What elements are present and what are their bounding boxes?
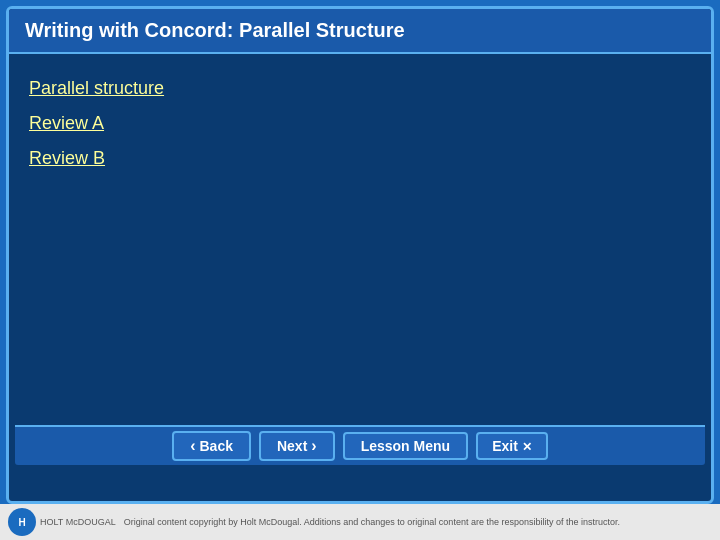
link-review-a[interactable]: Review A [29,113,691,134]
brand-name: HOLT McDOUGAL [40,517,116,528]
link-parallel-structure[interactable]: Parallel structure [29,78,691,99]
logo-icon: H [8,508,36,536]
lesson-menu-label: Lesson Menu [361,438,450,454]
brand-logo: H HOLT McDOUGAL [8,508,116,536]
lesson-menu-button[interactable]: Lesson Menu [343,432,468,460]
bottom-nav-bar: Back Next Lesson Menu Exit [15,425,705,465]
link-review-b[interactable]: Review B [29,148,691,169]
next-chevron-icon [311,437,316,455]
page-title: Writing with Concord: Parallel Structure [25,19,405,41]
back-label: Back [200,438,233,454]
title-bar: Writing with Concord: Parallel Structure [9,9,711,54]
next-label: Next [277,438,307,454]
exit-label: Exit [492,438,518,454]
copyright-text: Original content copyright by Holt McDou… [124,517,712,527]
next-button[interactable]: Next [259,431,335,461]
back-chevron-icon [190,437,195,455]
footer: H HOLT McDOUGAL Original content copyrig… [0,504,720,540]
exit-button[interactable]: Exit [476,432,548,460]
exit-x-icon [522,438,532,454]
main-panel: Writing with Concord: Parallel Structure… [6,6,714,504]
back-button[interactable]: Back [172,431,251,461]
